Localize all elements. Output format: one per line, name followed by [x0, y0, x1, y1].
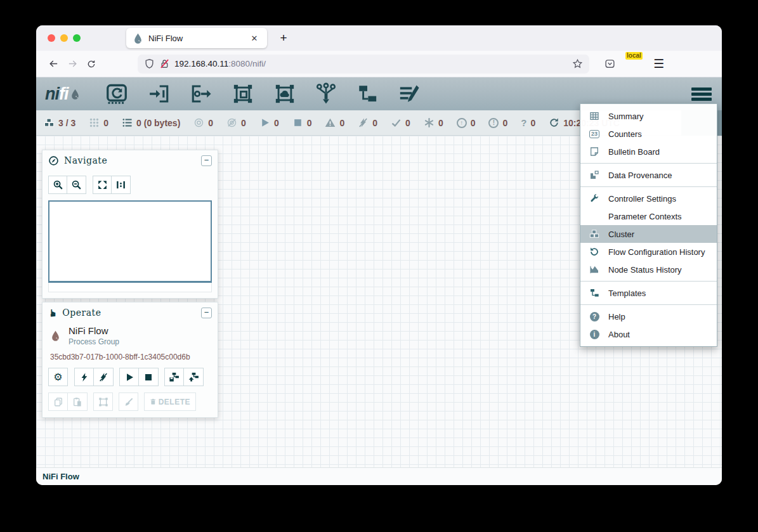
not-transmitting-icon [226, 117, 237, 128]
output-port-component-icon[interactable] [190, 83, 212, 105]
profile-label: local [625, 52, 643, 60]
global-menu: Summary 23Counters Bulletin Board Data P… [580, 103, 717, 347]
selected-component-name: NiFi Flow [69, 325, 119, 336]
close-window-button[interactable] [48, 34, 55, 42]
operate-collapse-button[interactable]: − [201, 308, 212, 318]
disable-button[interactable] [94, 368, 114, 386]
delete-button[interactable]: DELETE [144, 393, 196, 411]
breadcrumb-bar: NiFi Flow [36, 467, 722, 485]
zoom-fit-button[interactable] [93, 176, 112, 194]
menu-item-cluster[interactable]: Cluster [580, 225, 717, 243]
compass-icon [48, 155, 59, 166]
change-color-button[interactable] [119, 393, 138, 411]
processor-component-icon[interactable] [105, 82, 129, 105]
tab-favicon-droplet [133, 33, 143, 44]
info-icon: i [588, 330, 601, 339]
stopped-status: 0 [292, 117, 312, 128]
navigate-collapse-button[interactable]: − [201, 155, 212, 166]
profile-avatar[interactable]: local [627, 56, 642, 72]
menu-item-templates[interactable]: Templates [580, 284, 717, 302]
menu-item-summary[interactable]: Summary [580, 107, 717, 125]
active-threads-status: 0 [89, 117, 108, 128]
stopped-square-icon [292, 117, 303, 128]
running-status: 0 [259, 117, 279, 128]
stop-button[interactable] [139, 368, 159, 386]
menu-item-flow-configuration-history[interactable]: Flow Configuration History [580, 243, 717, 261]
menu-item-node-status-history[interactable]: Node Status History [580, 261, 717, 278]
selected-component-id: 35cbd3b7-017b-1000-8bff-1c3405c00d6b [42, 347, 218, 364]
invalid-warning-icon [325, 117, 336, 128]
menu-item-parameter-contexts[interactable]: Parameter Contexts [580, 207, 717, 225]
forward-button[interactable] [63, 55, 82, 74]
enable-button[interactable] [74, 368, 94, 386]
paste-button[interactable] [68, 393, 88, 411]
sync-failure-question-icon: ? [521, 117, 526, 128]
global-menu-button[interactable] [690, 86, 713, 102]
tab-title: NiFi Flow [148, 34, 243, 43]
firefox-menu-button[interactable]: ☰ [653, 56, 664, 71]
menu-divider [580, 163, 717, 164]
process-group-component-icon[interactable] [232, 83, 254, 105]
hand-pointer-icon: ☛ [47, 308, 59, 317]
group-button[interactable] [93, 393, 113, 411]
pocket-icon[interactable] [604, 58, 615, 69]
zoom-out-button[interactable] [67, 176, 86, 194]
menu-item-data-provenance[interactable]: Data Provenance [580, 166, 717, 184]
minimize-window-button[interactable] [60, 34, 68, 42]
cluster-cubes-icon [588, 229, 601, 239]
nifi-logo-droplet-icon [70, 89, 81, 100]
remote-process-group-component-icon[interactable] [273, 83, 296, 105]
menu-item-about[interactable]: iAbout [580, 325, 717, 343]
data-provenance-icon [588, 170, 601, 180]
reload-button[interactable] [82, 55, 101, 74]
menu-item-bulletin-board[interactable]: Bulletin Board [580, 143, 717, 160]
input-port-component-icon[interactable] [148, 83, 171, 105]
cluster-status: 3 / 3 [44, 117, 75, 128]
counters-icon: 23 [588, 130, 601, 138]
window-controls [36, 34, 93, 42]
menu-item-help[interactable]: ?Help [580, 308, 717, 325]
locally-modified-asterisk-icon [424, 117, 435, 128]
label-component-icon[interactable] [398, 83, 421, 105]
navigate-panel-title: Navigate [64, 155, 196, 165]
transmitting-icon [193, 117, 204, 128]
menu-item-counters[interactable]: 23Counters [580, 125, 717, 143]
threads-grid-icon [89, 117, 100, 128]
menu-divider [580, 304, 717, 305]
insecure-lock-icon[interactable] [159, 58, 170, 69]
template-component-icon[interactable] [356, 83, 379, 105]
invalid-status: 0 [325, 117, 344, 128]
refresh-icon[interactable] [549, 117, 559, 128]
operate-panel-title: Operate [62, 308, 196, 318]
new-tab-button[interactable]: + [275, 29, 292, 47]
tab-close-button[interactable]: ✕ [248, 32, 261, 44]
funnel-component-icon[interactable] [315, 82, 337, 105]
browser-toolbar: 192.168.40.11:8080/nifi/ local ☰ [36, 51, 722, 77]
shield-icon[interactable] [144, 58, 155, 69]
birdseye-view[interactable] [48, 200, 212, 283]
nifi-logo: nifi [45, 84, 81, 104]
wrench-icon [588, 193, 601, 204]
upload-template-button[interactable] [184, 368, 204, 386]
back-button[interactable] [44, 55, 63, 74]
zoom-window-button[interactable] [73, 34, 81, 42]
configure-button[interactable]: ⚙ [48, 368, 68, 386]
address-bar[interactable]: 192.168.40.11:8080/nifi/ [138, 55, 589, 74]
copy-button[interactable] [48, 393, 68, 411]
locally-modified-status: 0 [424, 117, 443, 128]
browser-tab[interactable]: NiFi Flow ✕ [126, 28, 267, 48]
selected-component-type: Process Group [69, 337, 119, 346]
menu-item-controller-settings[interactable]: Controller Settings [580, 190, 717, 207]
zoom-actual-size-button[interactable] [112, 176, 131, 194]
start-button[interactable] [119, 368, 139, 386]
zoom-in-button[interactable] [48, 176, 67, 194]
create-template-button[interactable] [164, 368, 184, 386]
browser-tab-bar: NiFi Flow ✕ + [36, 25, 722, 51]
navigate-panel: Navigate − [42, 150, 218, 299]
history-icon [588, 247, 601, 257]
bookmark-star-icon[interactable] [572, 58, 583, 69]
sync-failure-status: ?0 [521, 117, 535, 128]
birdseye-slider[interactable] [48, 283, 212, 292]
breadcrumb[interactable]: NiFi Flow [42, 472, 79, 481]
menu-divider [580, 281, 717, 282]
